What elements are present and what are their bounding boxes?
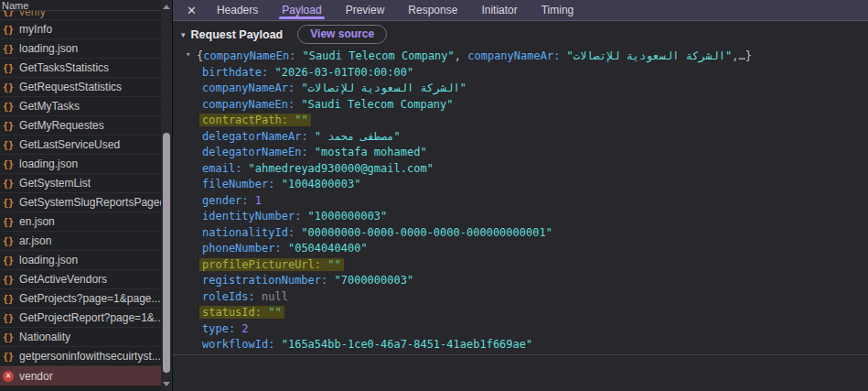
field-key: delegatorNameAr [202,130,301,143]
request-name: GetProjects?page=1&page... [19,292,160,305]
json-icon: {} [3,255,14,266]
field-key: delegatorNameEn [202,146,301,158]
request-name: getpersoninfowithsecuirtyst... [19,350,161,363]
json-icon: {} [3,140,14,150]
payload-root-row[interactable]: ▾{companyNameEn: "Saudi Telecom Company"… [173,49,868,66]
field-value: "1004800003" [282,178,361,190]
preview-token: "الشركة السعودية للإتصالات" [567,49,733,62]
preview-token: companyNameAr [467,49,553,62]
field-value: "mostafa mohamed" [315,146,427,158]
error-icon: ✕ [3,371,14,382]
triangle-down-icon[interactable]: ▾ [186,49,190,59]
request-row[interactable]: {}loading.json [0,39,161,59]
view-source-button[interactable]: View source [297,25,387,44]
request-row[interactable]: {}GetSystemSlugReportsPaged [0,193,161,212]
payload-field-row: phoneNumber: "0504040400" [173,242,868,258]
field-key: companyNameAr [202,81,288,94]
preview-token: "Saudi Telecom Company" [303,49,455,62]
scroll-down-icon[interactable] [163,382,170,386]
request-row[interactable]: {}GetRequestStatistics [0,78,161,97]
field-value: 1 [255,194,262,207]
payload-field-row: delegatorNameEn: "mostafa mohamed" [173,146,868,162]
request-row[interactable]: {}myInfo [0,20,161,39]
search-highlight: statusId: "" [199,306,284,319]
json-icon: {} [3,25,14,35]
tab-response[interactable]: Response [408,0,457,20]
request-name: GetActiveVendors [19,273,107,286]
request-name: loading.json [19,157,78,170]
field-value: "Saudi Telecom Company" [301,98,453,111]
payload-field-row: email: "ahmedreyad930000@gmail.com" [173,162,868,179]
request-row[interactable]: {}GetLastServiceUsed [0,136,161,155]
json-icon: {} [3,217,14,227]
json-icon: {} [3,275,14,285]
scroll-up-icon[interactable] [163,5,170,9]
tab-payload[interactable]: Payload [282,0,321,20]
field-value: " مصطفى محمد" [315,130,401,143]
json-icon: {} [3,44,14,54]
request-name: en.json [19,215,55,228]
sidebar-scrollbar[interactable] [161,0,172,391]
request-name: vendor [19,370,53,383]
field-value: "" [268,306,281,319]
request-name: loading.json [19,254,78,266]
json-icon: {} [3,198,14,208]
field-key: workflowId [202,338,268,351]
tab-headers[interactable]: Headers [217,0,258,20]
request-row[interactable]: {}GetSystemList [0,174,161,193]
json-icon: {} [3,179,14,189]
section-title: Request Payload [191,28,284,41]
request-row[interactable]: {}GetProjectReport?page=1&... [0,309,161,328]
payload-field-row: contractPath: "" [173,114,868,130]
field-key: contractPath [202,114,282,126]
request-row[interactable]: {}getpersoninfowithsecuirtyst... [0,347,161,366]
payload-tree: ▾{companyNameEn: "Saudi Telecom Company"… [173,48,868,354]
field-key: type [202,322,229,335]
preview-token: : [553,49,566,62]
field-value: "الشركة السعودية للإتصالات" [301,81,466,94]
field-key: birthdate [202,66,262,79]
name-column-header[interactable]: Name [0,0,161,11]
field-key: registrationNumber [202,274,321,287]
request-name: verify [19,11,46,18]
request-name: GetMyTasks [19,100,80,113]
section-divider [173,354,868,355]
request-row[interactable]: {}loading.json [0,155,161,174]
json-icon: {} [3,11,14,16]
search-highlight: contractPath: "" [199,114,311,126]
request-row[interactable]: {}GetMyRequestes [0,116,161,136]
scrollbar-thumb[interactable] [163,133,170,373]
request-row[interactable]: {}en.json [0,212,161,232]
json-icon: {} [3,63,14,73]
field-value: 2 [241,322,248,335]
request-row[interactable]: {}GetActiveVendors [0,270,161,289]
request-row-partial[interactable]: {}verify [0,11,161,20]
request-row[interactable]: {}GetProjects?page=1&page... [0,289,161,309]
request-row[interactable]: {}loading.json [0,251,161,270]
tab-initiator[interactable]: Initiator [481,0,517,20]
preview-token: , [455,49,467,62]
json-icon: {} [3,82,14,92]
request-name: GetTasksStatistics [19,61,109,74]
field-value: "165a54bb-1ce0-46a7-8451-41aeb1f669ae" [282,338,533,351]
json-icon: {} [3,102,14,112]
triangle-down-icon[interactable]: ▾ [181,30,186,39]
request-name: GetSystemList [19,177,91,190]
search-highlight: profilePictureUrl: "" [199,258,344,271]
request-row[interactable]: {}GetMyTasks [0,97,161,116]
field-key: email [202,162,235,175]
field-key: companyNameEn [202,98,288,111]
tab-timing[interactable]: Timing [541,0,574,20]
request-row[interactable]: {}GetTasksStatistics [0,59,161,78]
close-icon[interactable]: ✕ [187,0,197,21]
request-row-selected[interactable]: ✕vendor [0,366,161,386]
request-row[interactable]: {}ar.json [0,232,161,251]
tab-preview[interactable]: Preview [346,0,385,20]
payload-field-row: registrationNumber: "7000000003" [173,274,868,290]
preview-token: ,…} [732,49,752,62]
field-key: nationalityId [202,226,288,239]
payload-field-row: workflowId: "165a54bb-1ce0-46a7-8451-41a… [173,338,868,354]
request-row[interactable]: {}Nationality [0,328,161,347]
field-value: "00000000-0000-0000-0000-000000000001" [301,226,552,239]
field-key: roleIds [202,290,249,303]
